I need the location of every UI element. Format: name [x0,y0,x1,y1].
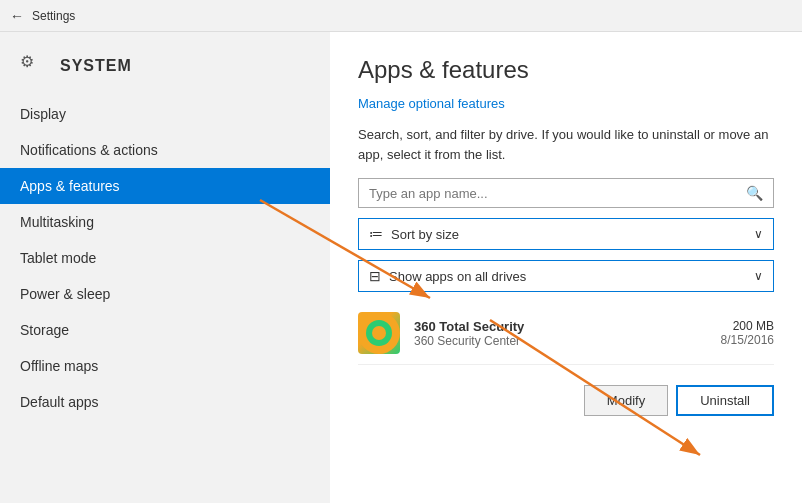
main-content: ⚙ SYSTEM Display Notifications & actions… [0,32,802,503]
system-label: SYSTEM [60,57,132,75]
app-sub: 360 Security Center [414,334,707,348]
back-button[interactable]: ← [10,8,24,24]
right-panel: Apps & features Manage optional features… [330,32,802,503]
sidebar-item-tablet-mode[interactable]: Tablet mode [0,240,330,276]
manage-optional-features-link[interactable]: Manage optional features [358,96,505,111]
drive-chevron-icon: ∨ [754,269,763,283]
search-box: 🔍 [358,178,774,208]
sidebar-item-apps-features[interactable]: Apps & features [0,168,330,204]
sort-dropdown-left: ≔ Sort by size [369,226,459,242]
sort-icon: ≔ [369,226,383,242]
sidebar-item-notifications[interactable]: Notifications & actions [0,132,330,168]
uninstall-button[interactable]: Uninstall [676,385,774,416]
sort-dropdown[interactable]: ≔ Sort by size ∨ [358,218,774,250]
sidebar-item-storage[interactable]: Storage [0,312,330,348]
sidebar-item-display[interactable]: Display [0,96,330,132]
app-name: 360 Total Security [414,319,707,334]
app-meta: 200 MB 8/15/2016 [721,319,774,347]
sort-chevron-icon: ∨ [754,227,763,241]
svg-point-2 [372,326,386,340]
system-header: ⚙ SYSTEM [0,42,330,96]
sidebar-item-power-sleep[interactable]: Power & sleep [0,276,330,312]
title-bar: ← Settings [0,0,802,32]
app-size: 200 MB [721,319,774,333]
title-bar-title: Settings [32,9,75,23]
description-text: Search, sort, and filter by drive. If yo… [358,125,774,164]
sidebar: ⚙ SYSTEM Display Notifications & actions… [0,32,330,503]
action-buttons: Modify Uninstall [358,373,774,416]
drive-label: Show apps on all drives [389,269,526,284]
app-icon [358,312,400,354]
app-date: 8/15/2016 [721,333,774,347]
sidebar-item-multitasking[interactable]: Multitasking [0,204,330,240]
sidebar-item-default-apps[interactable]: Default apps [0,384,330,420]
app-info: 360 Total Security 360 Security Center [414,319,707,348]
search-icon: 🔍 [746,185,763,201]
search-input[interactable] [369,186,746,201]
drive-dropdown-left: ⊟ Show apps on all drives [369,268,526,284]
modify-button[interactable]: Modify [584,385,668,416]
page-title: Apps & features [358,56,774,84]
drive-dropdown[interactable]: ⊟ Show apps on all drives ∨ [358,260,774,292]
sort-label: Sort by size [391,227,459,242]
sidebar-item-offline-maps[interactable]: Offline maps [0,348,330,384]
system-icon: ⚙ [20,52,48,80]
drive-icon: ⊟ [369,268,381,284]
app-item-360[interactable]: 360 Total Security 360 Security Center 2… [358,302,774,365]
